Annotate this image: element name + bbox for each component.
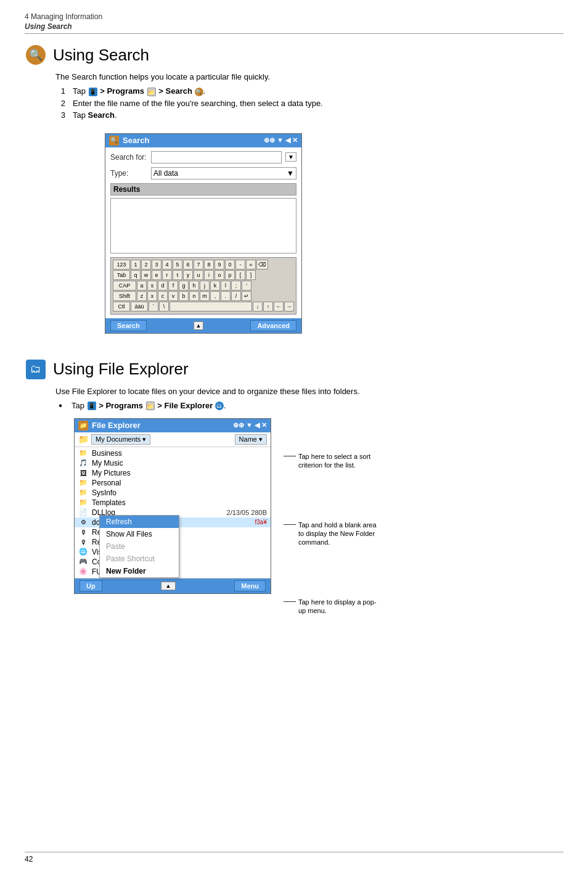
sysinfo-folder-icon: 📁 — [78, 488, 88, 497]
search-section: 🔍 Using Search The Search function helps… — [25, 44, 563, 340]
osk-key-8[interactable]: 8 — [204, 260, 214, 270]
osk-key-tab[interactable]: Tab — [113, 270, 130, 280]
osk-key-equals[interactable]: = — [246, 260, 256, 270]
osk-key-right[interactable]: → — [284, 302, 294, 311]
osk-key-m[interactable]: m — [200, 291, 210, 301]
search-dropdown-btn[interactable]: ▼ — [285, 152, 296, 162]
osk-key-s[interactable]: s — [147, 281, 157, 291]
osk-key-n[interactable]: n — [189, 291, 199, 301]
osk-key-6[interactable]: 6 — [183, 260, 193, 270]
osk-key-i[interactable]: i — [204, 270, 214, 280]
osk-key-t[interactable]: t — [173, 270, 182, 280]
list-item[interactable]: 📁 SysInfo — [75, 488, 271, 498]
osk-key-b[interactable]: b — [179, 291, 189, 301]
bottom-arrow-1[interactable]: ▲ — [194, 321, 203, 330]
osk-key-2[interactable]: 2 — [141, 260, 151, 270]
osk-key-5[interactable]: 5 — [173, 260, 182, 270]
fe-titlebar-icon: 📁 — [78, 421, 88, 431]
osk-key-backspace[interactable]: ⌫ — [256, 260, 268, 270]
folder-icon: 📁 — [78, 479, 88, 487]
osk-key-c[interactable]: c — [158, 291, 168, 301]
search-section-icon: 🔍 — [25, 44, 47, 66]
osk-key-aauml[interactable]: áäü — [131, 302, 148, 311]
osk-key-123[interactable]: 123 — [113, 260, 130, 270]
fe-window-title: File Explorer — [92, 421, 141, 430]
callout-3: Tap here to display a pop-up menu. — [284, 598, 378, 616]
list-item[interactable]: 📁 Personal — [75, 478, 271, 488]
chapter-label: 4 Managing Information — [25, 12, 102, 21]
osk-key-3[interactable]: 3 — [152, 260, 161, 270]
osk-key-left[interactable]: ← — [274, 302, 284, 311]
osk-key-r[interactable]: r — [162, 270, 172, 280]
fe-bottom-bar: Up ▲ Menu — [75, 579, 271, 593]
osk-key-u[interactable]: u — [194, 270, 203, 280]
osk-key-backtick[interactable]: ` — [149, 302, 158, 311]
context-paste: Paste — [100, 540, 179, 553]
osk-key-q[interactable]: q — [131, 270, 141, 280]
fe-heading: 🗂 Using File Explorer — [25, 358, 563, 381]
up-button[interactable]: Up — [80, 580, 102, 591]
osk-key-period[interactable]: . — [221, 291, 231, 301]
recording2-icon: 🎙 — [78, 538, 88, 546]
osk-key-1[interactable]: 1 — [131, 260, 141, 270]
type-select[interactable]: All data ▼ — [151, 167, 296, 179]
osk-key-quote[interactable]: ' — [242, 281, 251, 291]
osk-key-j[interactable]: j — [200, 281, 210, 291]
file-explorer-icon: 🗂 — [26, 360, 46, 379]
osk-key-o[interactable]: o — [214, 270, 224, 280]
step-3: 3 Tap Search. — [55, 110, 563, 120]
list-item[interactable]: 📁 Business — [75, 448, 271, 458]
list-item[interactable]: 🎵 My Music — [75, 458, 271, 468]
osk-key-backslash[interactable]: \ — [159, 302, 169, 311]
osk-key-x[interactable]: x — [147, 291, 157, 301]
osk-key-d[interactable]: d — [158, 281, 168, 291]
osk-key-y[interactable]: y — [183, 270, 193, 280]
osk-key-h[interactable]: h — [189, 281, 199, 291]
osk-key-slash[interactable]: / — [231, 291, 241, 301]
osk-key-w[interactable]: w — [141, 270, 151, 280]
osk-key-a[interactable]: a — [137, 281, 147, 291]
music-folder-icon: 🎵 — [78, 459, 88, 468]
osk-key-lbracket[interactable]: [ — [235, 270, 245, 280]
osk-key-l[interactable]: l — [221, 281, 231, 291]
osk-key-up[interactable]: ↑ — [263, 302, 273, 311]
osk-key-semicolon[interactable]: ; — [231, 281, 241, 291]
osk-key-k[interactable]: k — [210, 281, 220, 291]
search-section-title: Using Search — [53, 46, 149, 65]
name-sort-btn[interactable]: Name ▾ — [235, 434, 267, 445]
osk-key-cap[interactable]: CAP — [113, 281, 136, 291]
osk-key-4[interactable]: 4 — [162, 260, 172, 270]
osk-key-z[interactable]: z — [137, 291, 147, 301]
results-label: Results — [110, 183, 296, 196]
osk-key-0[interactable]: 0 — [225, 260, 235, 270]
osk-key-rbracket[interactable]: ] — [246, 270, 256, 280]
osk-key-e[interactable]: e — [152, 270, 161, 280]
callout-1: Tap here to select a sort criterion for … — [284, 452, 378, 470]
search-button[interactable]: Search — [110, 320, 147, 331]
context-refresh[interactable]: Refresh — [100, 516, 179, 528]
my-documents-btn[interactable]: My Documents ▾ — [91, 434, 150, 445]
search-for-input[interactable] — [151, 151, 282, 163]
menu-button[interactable]: Menu — [234, 580, 266, 591]
search-description: The Search function helps you locate a p… — [55, 72, 563, 81]
osk-key-9[interactable]: 9 — [214, 260, 224, 270]
osk-key-minus[interactable]: - — [235, 260, 245, 270]
osk-key-f[interactable]: f — [168, 281, 178, 291]
osk-key-down[interactable]: ↓ — [253, 302, 263, 311]
context-new-folder[interactable]: New Folder — [100, 565, 179, 577]
osk-key-v[interactable]: v — [168, 291, 178, 301]
osk-key-ctl[interactable]: Ctl — [113, 302, 130, 311]
osk-key-7[interactable]: 7 — [194, 260, 203, 270]
osk-key-shift[interactable]: Shift — [113, 291, 136, 301]
osk-key-space[interactable] — [169, 302, 252, 311]
context-show-all-files[interactable]: Show All Files — [100, 528, 179, 540]
context-menu: Refresh Show All Files Paste Paste Short… — [99, 515, 179, 578]
search-bottom-bar: Search ▲ Advanced — [105, 318, 301, 333]
osk-key-g[interactable]: g — [179, 281, 189, 291]
osk-key-comma[interactable]: , — [210, 291, 220, 301]
list-item[interactable]: 🖼 My Pictures — [75, 468, 271, 478]
osk-key-enter[interactable]: ↵ — [242, 291, 251, 301]
list-item[interactable]: 📁 Templates — [75, 498, 271, 508]
advanced-button[interactable]: Advanced — [250, 320, 296, 331]
osk-key-p[interactable]: p — [225, 270, 235, 280]
